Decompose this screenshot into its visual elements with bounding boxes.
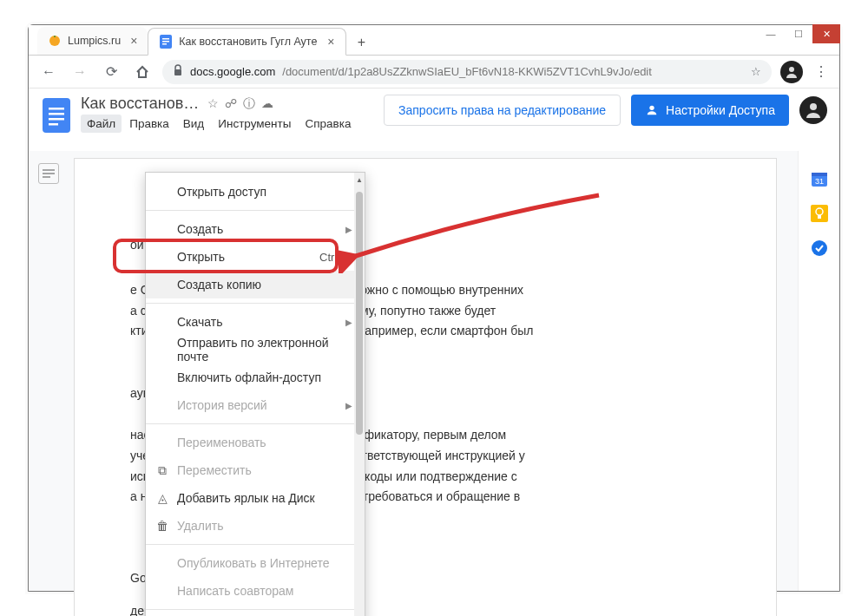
docs-header: Как восстанов… ☆ ☍ ⓘ ☁ Файл Правка Вид И… — [29, 88, 839, 142]
url-input[interactable]: docs.google.com/document/d/1p2a8UsZZknwS… — [162, 60, 772, 84]
dropdown-scrollbar[interactable]: ▲ ▼ — [354, 173, 365, 616]
cloud-status-icon: ☁ — [261, 96, 273, 112]
scroll-up-icon[interactable]: ▲ — [354, 174, 365, 185]
info-icon[interactable]: ⓘ — [243, 96, 255, 112]
menu-help[interactable]: Справка — [299, 115, 357, 133]
menu-item-icon: ◬ — [155, 491, 170, 505]
menu-item-label: Открыть доступ — [177, 185, 266, 199]
reload-button[interactable]: ⟳ — [100, 61, 122, 83]
menu-item: 🗑Удалить — [146, 512, 365, 540]
browser-menu-button[interactable]: ⋮ — [812, 63, 831, 80]
menu-item-label: Удалить — [177, 519, 223, 533]
menu-item-label: Включить офлайн-доступ — [177, 370, 321, 384]
menu-item[interactable]: ◬Добавить ярлык на Диск — [146, 484, 365, 512]
close-tab-icon[interactable]: × — [130, 34, 137, 48]
title-area: Как восстанов… ☆ ☍ ⓘ ☁ Файл Правка Вид И… — [81, 95, 357, 133]
new-tab-button[interactable]: + — [350, 30, 374, 55]
svg-rect-12 — [49, 123, 58, 126]
menu-item[interactable]: ОткрытьCtrl+O — [146, 243, 365, 271]
menu-file[interactable]: Файл — [81, 115, 122, 133]
share-button[interactable]: Настройки Доступа — [631, 95, 789, 126]
account-avatar[interactable] — [799, 96, 827, 124]
submenu-arrow-icon: ▶ — [345, 225, 352, 234]
menu-separator — [146, 210, 365, 211]
menu-view[interactable]: Вид — [177, 115, 210, 133]
tasks-icon[interactable] — [811, 239, 828, 257]
menu-tools[interactable]: Инструменты — [212, 115, 297, 133]
browser-tab[interactable]: Как восстановить Гугл Аутентис × — [148, 28, 345, 56]
menu-separator — [146, 423, 365, 424]
submenu-arrow-icon: ▶ — [345, 318, 352, 327]
svg-rect-10 — [49, 113, 64, 115]
request-edit-button[interactable]: Запросить права на редактирование — [384, 95, 621, 126]
forward-button[interactable]: → — [69, 61, 91, 83]
menu-item[interactable]: Открыть доступ — [146, 178, 365, 206]
tab-label: Как восстановить Гугл Аутентис — [179, 36, 318, 48]
menu-item-label: Опубликовать в Интернете — [177, 556, 329, 570]
menu-item-label: Создать — [177, 222, 223, 236]
home-button[interactable] — [131, 61, 154, 83]
menu-item: История версий▶ — [146, 391, 365, 419]
move-icon[interactable]: ☍ — [225, 96, 237, 112]
back-button[interactable]: ← — [37, 61, 60, 83]
svg-rect-4 — [162, 41, 169, 43]
maximize-button[interactable]: ☐ — [785, 24, 812, 43]
menu-item-label: История версий — [177, 398, 267, 412]
menu-separator — [146, 303, 365, 304]
docs-favicon-icon — [159, 35, 173, 49]
svg-rect-11 — [49, 118, 64, 121]
menu-item-label: Создать копию — [177, 278, 261, 292]
menu-item-label: Отправить по электронной почте — [177, 336, 352, 364]
svg-rect-21 — [811, 205, 828, 222]
profile-avatar[interactable] — [780, 61, 803, 83]
svg-point-14 — [810, 103, 817, 110]
menu-edit[interactable]: Правка — [123, 115, 175, 133]
document-title[interactable]: Как восстанов… — [81, 95, 199, 113]
menu-item-label: Добавить ярлык на Диск — [177, 491, 315, 505]
browser-tab[interactable]: Lumpics.ru × — [37, 27, 148, 55]
calendar-icon[interactable]: 31 — [811, 170, 828, 187]
menu-shortcut: Ctrl+O — [319, 251, 352, 264]
address-bar: ← → ⟳ docs.google.com/document/d/1p2a8Us… — [29, 56, 839, 88]
menu-item-label: Написать соавторам — [177, 584, 293, 598]
menu-item: Опубликовать в Интернете — [146, 549, 365, 577]
menu-item: Написать соавторам — [146, 577, 365, 605]
menubar: Файл Правка Вид Инструменты Справка — [81, 115, 357, 133]
left-gutter — [29, 151, 69, 591]
menu-item: ⧉Переместить — [146, 456, 365, 484]
close-tab-icon[interactable]: × — [327, 35, 334, 49]
svg-text:31: 31 — [814, 177, 823, 186]
menu-item[interactable]: Скачать▶ — [146, 308, 365, 336]
close-button[interactable]: ✕ — [812, 24, 840, 43]
title-icons: ☆ ☍ ⓘ ☁ — [207, 96, 273, 112]
svg-rect-9 — [49, 108, 64, 110]
menu-item: Переименовать — [146, 429, 365, 456]
docs-logo-icon[interactable] — [41, 95, 72, 136]
outline-toggle-icon[interactable] — [38, 163, 59, 184]
keep-icon[interactable] — [811, 205, 828, 222]
svg-rect-23 — [818, 215, 821, 219]
submenu-arrow-icon: ▶ — [345, 401, 352, 410]
scroll-thumb[interactable] — [356, 192, 363, 435]
menu-item-icon: 🗑 — [155, 519, 170, 533]
menu-item[interactable]: Включить офлайн-доступ — [146, 364, 365, 391]
menu-item-icon: ⧉ — [155, 463, 170, 478]
url-path: /document/d/1p2a8UsZZknwSIaEU_bFt6vN18-K… — [282, 65, 652, 78]
menu-item[interactable]: Создать копию — [146, 271, 365, 298]
minimize-button[interactable]: — — [757, 24, 785, 43]
favicon-icon — [48, 34, 62, 48]
window-controls: — ☐ ✕ — [757, 24, 840, 43]
url-host: docs.google.com — [190, 65, 275, 78]
menu-item[interactable]: Отправить по электронной почте — [146, 336, 365, 364]
svg-rect-8 — [43, 98, 70, 133]
browser-window: — ☐ ✕ Lumpics.ru × Как восстановить Гугл… — [28, 24, 840, 592]
svg-rect-19 — [812, 173, 827, 176]
tab-strip: Lumpics.ru × Как восстановить Гугл Аутен… — [29, 25, 839, 56]
svg-point-24 — [812, 240, 827, 256]
file-menu-dropdown: Открыть доступСоздать▶ОткрытьCtrl+OСозда… — [145, 172, 365, 616]
star-icon[interactable]: ☆ — [207, 96, 219, 112]
svg-rect-6 — [174, 69, 181, 75]
menu-item[interactable]: Создать▶ — [146, 215, 365, 243]
bookmark-star-icon[interactable]: ☆ — [751, 65, 761, 78]
menu-item-label: Скачать — [177, 315, 223, 329]
